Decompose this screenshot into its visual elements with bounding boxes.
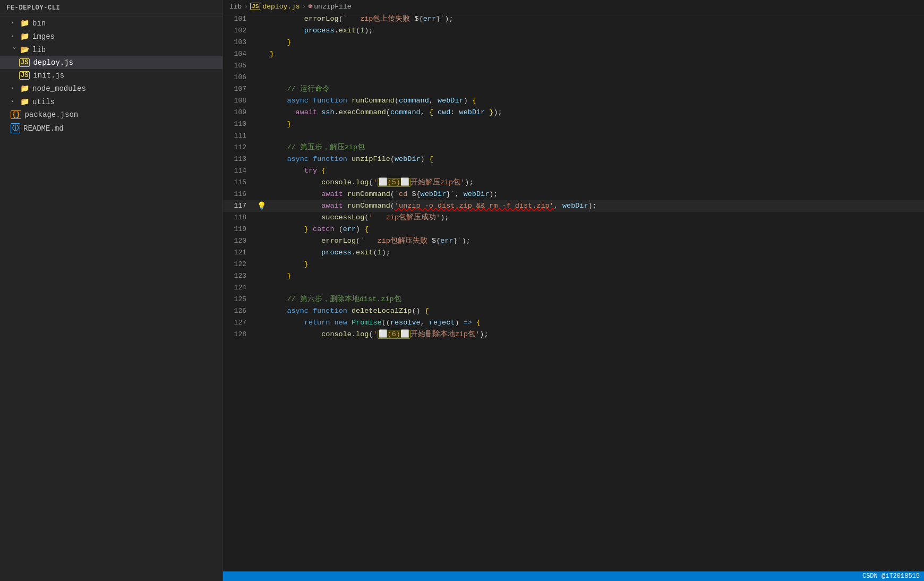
code-line-115: 115 console.log('⬜(5)⬜开始解压zip包'); [223, 177, 924, 189]
line-content-104: } [268, 48, 924, 60]
sidebar: FE-DEPLOY-CLI › 📁 bin › 📁 imges › 📂 lib … [0, 0, 223, 581]
code-line-107: 107 // 运行命令 [223, 83, 924, 95]
line-num-125: 125 [223, 294, 255, 305]
line-num-117: 117 [223, 200, 255, 212]
code-line-109: 109 await ssh.execCommand(command, { cwd… [223, 107, 924, 118]
line-num-121: 121 [223, 247, 255, 259]
breadcrumb-symbol: ⊛ unzipFile [308, 2, 351, 11]
sidebar-item-utils[interactable]: › 📁 utils [0, 95, 223, 108]
sidebar-item-lib[interactable]: › 📂 lib [0, 43, 223, 56]
line-num-127: 127 [223, 317, 255, 329]
code-line-126: 126 async function deleteLocalZip() { [223, 305, 924, 317]
line-num-103: 103 [223, 37, 255, 48]
code-line-122: 122 } [223, 259, 924, 270]
line-content-106 [268, 72, 924, 83]
folder-icon-node: 📁 [20, 84, 29, 93]
code-line-119: 119 } catch (err) { [223, 224, 924, 235]
line-content-121: process.exit(1); [268, 247, 924, 259]
sidebar-header: FE-DEPLOY-CLI [0, 0, 223, 16]
chevron-right-icon: › [11, 20, 17, 26]
code-line-106: 106 [223, 72, 924, 83]
line-content-127: return new Promise((resolve, reject) => … [268, 317, 924, 329]
sidebar-item-init-js[interactable]: JS init.js [0, 69, 223, 82]
line-content-102: process.exit(1); [268, 25, 924, 37]
code-line-125: 125 // 第六步，删除本地dist.zip包 [223, 294, 924, 305]
line-num-101: 101 [223, 13, 255, 25]
sidebar-item-deploy-js[interactable]: JS deploy.js [0, 56, 223, 69]
line-content-117: await runCommand('unzip -o dist.zip && r… [268, 200, 924, 212]
sidebar-item-label-init: init.js [33, 71, 64, 80]
code-line-101: 101 errorLog(` zip包上传失败 ${err}`); [223, 13, 924, 25]
line-num-111: 111 [223, 130, 255, 142]
line-content-120: errorLog(` zip包解压失败 ${err}`); [268, 235, 924, 247]
line-num-122: 122 [223, 259, 255, 270]
line-content-103: } [268, 37, 924, 48]
line-num-107: 107 [223, 83, 255, 95]
code-line-103: 103 } [223, 37, 924, 48]
chevron-right-icon-utils: › [11, 99, 17, 105]
code-line-114: 114 try { [223, 165, 924, 177]
line-content-112: // 第五步，解压zip包 [268, 142, 924, 153]
line-content-115: console.log('⬜(5)⬜开始解压zip包'); [268, 177, 924, 189]
line-content-110: } [268, 118, 924, 130]
sidebar-item-label-package: package.json [24, 110, 78, 119]
code-line-105: 105 [223, 60, 924, 72]
line-num-120: 120 [223, 235, 255, 247]
line-content-119: } catch (err) { [268, 224, 924, 235]
breadcrumb-sep-2: › [302, 3, 306, 11]
sidebar-item-label-utils: utils [32, 98, 55, 106]
code-line-113: 113 async function unzipFile(webDir) { [223, 153, 924, 165]
sidebar-item-label-node: node_modules [32, 84, 86, 93]
line-num-109: 109 [223, 107, 255, 118]
sidebar-item-bin[interactable]: › 📁 bin [0, 16, 223, 30]
line-content-123: } [268, 270, 924, 282]
sidebar-item-label-imges: imges [32, 32, 55, 41]
editor-area: lib › JS deploy.js › ⊛ unzipFile 101 err… [223, 0, 924, 581]
chevron-right-icon-imges: › [11, 33, 17, 39]
code-line-102: 102 process.exit(1); [223, 25, 924, 37]
folder-icon-bin: 📁 [20, 19, 29, 28]
line-content-126: async function deleteLocalZip() { [268, 305, 924, 317]
line-content-125: // 第六步，删除本地dist.zip包 [268, 294, 924, 305]
sidebar-item-node-modules[interactable]: › 📁 node_modules [0, 82, 223, 95]
chevron-right-icon-node: › [11, 86, 17, 91]
line-num-110: 110 [223, 118, 255, 130]
sidebar-item-label-bin: bin [32, 19, 46, 28]
folder-icon-lib: 📂 [20, 45, 29, 54]
line-num-115: 115 [223, 177, 255, 189]
code-line-123: 123 } [223, 270, 924, 282]
line-num-123: 123 [223, 270, 255, 282]
js-icon-deploy: JS [19, 58, 30, 67]
lightbulb-icon[interactable]: 💡 [257, 200, 266, 212]
sidebar-item-label-lib: lib [32, 46, 46, 54]
sidebar-item-label-deploy: deploy.js [33, 58, 73, 67]
folder-icon-imges: 📁 [20, 32, 29, 41]
breadcrumb-file: JS deploy.js [250, 3, 300, 11]
line-num-108: 108 [223, 95, 255, 107]
line-num-119: 119 [223, 224, 255, 235]
line-content-124 [268, 282, 924, 294]
line-content-109: await ssh.execCommand(command, { cwd: we… [268, 107, 924, 118]
code-line-116: 116 await runCommand(`cd ${webDir}`, web… [223, 189, 924, 200]
sidebar-item-imges[interactable]: › 📁 imges [0, 30, 223, 43]
line-num-105: 105 [223, 60, 255, 72]
line-num-106: 106 [223, 72, 255, 83]
sidebar-item-package-json[interactable]: {} package.json [0, 108, 223, 121]
sidebar-item-label-readme: README.md [23, 124, 64, 133]
line-content-113: async function unzipFile(webDir) { [268, 153, 924, 165]
line-num-118: 118 [223, 212, 255, 224]
folder-icon-utils: 📁 [20, 97, 29, 106]
code-line-128: 128 console.log('⬜(6)⬜开始删除本地zip包'); [223, 329, 924, 340]
line-content-105 [268, 60, 924, 72]
breadcrumb-lib: lib [229, 3, 242, 11]
chevron-down-icon-lib: › [11, 47, 17, 53]
line-num-102: 102 [223, 25, 255, 37]
gutter-117: 💡 [255, 200, 268, 212]
code-editor[interactable]: 101 errorLog(` zip包上传失败 ${err}`); 102 pr… [223, 13, 924, 571]
code-line-110: 110 } [223, 118, 924, 130]
status-bar: CSDN @iT2018515 [223, 571, 924, 581]
js-icon-init: JS [19, 71, 30, 80]
line-content-116: await runCommand(`cd ${webDir}`, webDir)… [268, 189, 924, 200]
json-icon: {} [11, 110, 21, 119]
sidebar-item-readme[interactable]: ⓘ README.md [0, 121, 223, 135]
